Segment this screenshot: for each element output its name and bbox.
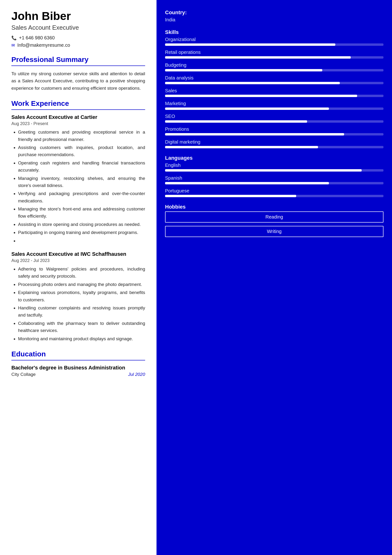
language-row: English	[165, 162, 384, 172]
list-item: Adhering to Walgreens' policies and proc…	[18, 265, 145, 280]
lang-name: Spanish	[165, 175, 384, 181]
job-title: Sales Account Executive	[11, 24, 145, 31]
list-item: Explaining various promotions, loyalty p…	[18, 289, 145, 303]
skill-name: Retail operations	[165, 50, 384, 55]
skill-bar-fill	[165, 44, 335, 46]
skill-name: Data analysis	[165, 75, 384, 81]
name: John Biber	[11, 9, 145, 22]
skill-bar-fill	[165, 82, 340, 84]
skill-bar-bg	[165, 133, 384, 136]
skill-row: Promotions	[165, 126, 384, 136]
language-row: Portuguese	[165, 188, 384, 197]
skill-bar-fill	[165, 108, 329, 110]
list-item: Operating cash registers and handling fi…	[18, 160, 145, 174]
lang-name: English	[165, 162, 384, 168]
list-item: Handling customer complaints and resolvi…	[18, 304, 145, 319]
education-heading: Education	[11, 350, 145, 358]
email-value: Info@makemyresume.co	[17, 43, 70, 48]
skill-bar-bg	[165, 95, 384, 97]
job-1-period: Aug 2023 - Present	[11, 121, 145, 126]
lang-name: Portuguese	[165, 188, 384, 194]
skill-row: Organizational	[165, 37, 384, 46]
list-item: Collaborating with the pharmacy team to …	[18, 320, 145, 334]
lang-bar-bg	[165, 169, 384, 172]
list-item: Processing photo orders and managing the…	[18, 281, 145, 288]
skill-name: Promotions	[165, 126, 384, 132]
hobby-badge: Reading	[165, 212, 384, 223]
skill-row: Marketing	[165, 101, 384, 110]
job-1-title: Sales Account Executive at Cartier	[11, 114, 145, 120]
lang-bar-fill	[165, 182, 329, 184]
list-item: Participating in ongoing training and de…	[18, 229, 145, 236]
phone-row: 📞 +1 646 980 6360	[11, 35, 145, 41]
email-icon: ✉	[11, 43, 15, 48]
edu-school: City Collage	[11, 372, 36, 377]
edu-divider	[11, 360, 145, 360]
lang-bar-fill	[165, 195, 296, 197]
lang-bar-fill	[165, 169, 362, 172]
job-1: Sales Account Executive at Cartier Aug 2…	[11, 114, 145, 244]
job-1-bullets: Greeting customers and providing excepti…	[18, 129, 145, 244]
skill-bar-fill	[165, 120, 307, 123]
skill-bar-fill	[165, 69, 322, 71]
skills-container: Organizational Retail operations Budgeti…	[165, 37, 384, 148]
country-label: Country:	[165, 9, 384, 16]
skill-bar-fill	[165, 146, 318, 148]
edu-date: Jul 2020	[128, 372, 145, 377]
skills-label: Skills	[165, 29, 384, 35]
skill-name: Organizational	[165, 37, 384, 42]
skill-name: Budgeting	[165, 62, 384, 68]
list-item: Assisting in store opening and closing p…	[18, 221, 145, 228]
skill-row: SEO	[165, 114, 384, 123]
country-value: India	[165, 17, 384, 22]
skill-bar-bg	[165, 82, 384, 84]
phone-icon: 📞	[11, 35, 17, 41]
edu-item-1: Bachelor's degree in Business Administra…	[11, 365, 145, 377]
skill-name: Digital marketing	[165, 139, 384, 145]
right-panel: Country: India Skills Organizational Ret…	[157, 0, 392, 555]
skill-bar-bg	[165, 69, 384, 71]
list-item	[18, 237, 145, 244]
lang-bar-bg	[165, 182, 384, 184]
email-row: ✉ Info@makemyresume.co	[11, 43, 145, 48]
skill-name: SEO	[165, 114, 384, 119]
skill-name: Marketing	[165, 101, 384, 106]
hobbies-container: ReadingWriting	[165, 212, 384, 240]
phone-value: +1 646 980 6360	[19, 35, 55, 41]
skill-row: Budgeting	[165, 62, 384, 71]
edu-degree: Bachelor's degree in Business Administra…	[11, 365, 145, 371]
skill-bar-fill	[165, 56, 351, 58]
languages-label: Languages	[165, 155, 384, 161]
work-divider	[11, 110, 145, 110]
skill-bar-fill	[165, 133, 344, 136]
job-2: Sales Account Executive at IWC Schaffhau…	[11, 251, 145, 342]
job-2-bullets: Adhering to Walgreens' policies and proc…	[18, 265, 145, 342]
summary-text: To utilize my strong customer service sk…	[11, 70, 145, 92]
skill-bar-bg	[165, 108, 384, 110]
left-panel: John Biber Sales Account Executive 📞 +1 …	[0, 0, 157, 555]
skill-bar-bg	[165, 120, 384, 123]
summary-divider	[11, 66, 145, 66]
lang-bar-bg	[165, 195, 384, 197]
job-2-title: Sales Account Executive at IWC Schaffhau…	[11, 251, 145, 257]
skill-row: Sales	[165, 88, 384, 97]
list-item: Managing inventory, restocking shelves, …	[18, 175, 145, 189]
list-item: Managing the store's front-end area and …	[18, 205, 145, 220]
languages-container: English Spanish Portuguese	[165, 162, 384, 197]
skill-row: Digital marketing	[165, 139, 384, 148]
list-item: Assisting customers with inquiries, prod…	[18, 144, 145, 159]
edu-row: City Collage Jul 2020	[11, 372, 145, 377]
skill-bar-bg	[165, 44, 384, 46]
skill-bar-bg	[165, 56, 384, 58]
language-row: Spanish	[165, 175, 384, 184]
skill-row: Data analysis	[165, 75, 384, 84]
skill-row: Retail operations	[165, 50, 384, 58]
list-item: Monitoring and maintaining product displ…	[18, 335, 145, 342]
skill-bar-fill	[165, 95, 357, 97]
skill-bar-bg	[165, 146, 384, 148]
list-item: Verifying and packaging prescriptions an…	[18, 190, 145, 204]
work-experience-heading: Work Experience	[11, 99, 145, 108]
hobbies-label: Hobbies	[165, 204, 384, 210]
list-item: Greeting customers and providing excepti…	[18, 129, 145, 143]
professional-summary-heading: Professional Summary	[11, 56, 145, 64]
